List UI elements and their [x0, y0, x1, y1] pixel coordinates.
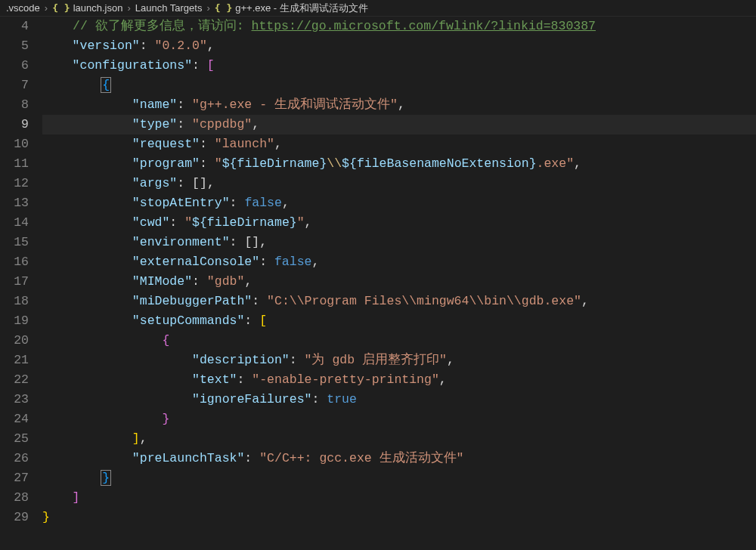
code-line[interactable]: "args": [], [42, 174, 756, 193]
json-key: "externalConsole" [132, 255, 259, 269]
breadcrumb-folder[interactable]: .vscode [6, 0, 40, 18]
line-number: 16 [0, 252, 29, 272]
line-number: 28 [0, 488, 29, 508]
line-number: 9 [0, 115, 29, 134]
line-number: 10 [0, 134, 29, 154]
code-line[interactable]: } [42, 468, 756, 488]
code-line[interactable]: "request": "launch", [42, 134, 756, 154]
line-number: 19 [0, 311, 29, 331]
json-string: "cppdbg" [192, 117, 252, 131]
json-string: "C:\\Program Files\\mingw64\\bin\\gdb.ex… [267, 294, 581, 308]
code-line[interactable]: "externalConsole": false, [42, 252, 756, 272]
json-key: "name" [132, 97, 177, 112]
code-line[interactable]: ], [42, 429, 756, 449]
json-key: "miDebuggerPath" [132, 294, 252, 308]
json-string: "0.2.0" [155, 39, 207, 53]
code-line[interactable]: } [42, 508, 756, 527]
code-line[interactable]: { [42, 76, 756, 95]
json-key: "program" [132, 156, 200, 171]
json-key: "ignoreFailures" [192, 392, 311, 406]
line-number: 18 [0, 292, 29, 311]
json-key: "text" [192, 372, 237, 387]
line-number: 7 [0, 76, 29, 95]
json-string: " [184, 215, 192, 230]
line-number: 20 [0, 331, 29, 351]
line-number: 17 [0, 272, 29, 292]
chevron-right-icon: › [206, 0, 209, 18]
breadcrumb[interactable]: .vscode › { } launch.json › Launch Targe… [0, 0, 756, 17]
line-number: 26 [0, 449, 29, 468]
code-line[interactable]: "preLaunchTask": "C/C++: gcc.exe 生成活动文件" [42, 449, 756, 468]
json-key: "stopAtEntry" [132, 196, 230, 210]
json-key: "description" [192, 353, 290, 367]
line-number: 6 [0, 56, 29, 76]
line-number: 5 [0, 36, 29, 56]
json-string: " [215, 156, 222, 171]
code-line[interactable]: "setupCommands": [ [42, 311, 756, 331]
json-key: "type" [132, 117, 177, 131]
line-number: 27 [0, 468, 29, 488]
line-number: 22 [0, 370, 29, 390]
json-key: "setupCommands" [132, 314, 245, 328]
code-line[interactable]: "program": "${fileDirname}\\${fileBasena… [42, 154, 756, 174]
json-braces-icon: { } [215, 0, 232, 18]
line-number: 11 [0, 154, 29, 174]
json-array: [] [244, 235, 259, 249]
line-number: 4 [0, 17, 29, 36]
code-line[interactable]: "cwd": "${fileDirname}", [42, 213, 756, 233]
chevron-right-icon: › [45, 0, 48, 18]
json-bool: false [244, 196, 282, 210]
code-line[interactable]: "stopAtEntry": false, [42, 193, 756, 213]
line-number: 29 [0, 508, 29, 527]
json-braces-icon: { } [52, 0, 70, 18]
line-number: 14 [0, 213, 29, 233]
code-line-active[interactable]: "type": "cppdbg", [42, 115, 756, 134]
line-number: 23 [0, 390, 29, 409]
json-key: "cwd" [132, 215, 170, 230]
json-key: "version" [73, 39, 140, 53]
code-line[interactable]: "ignoreFailures": true [42, 390, 756, 409]
code-line[interactable]: "environment": [], [42, 233, 756, 252]
json-key: "MIMode" [132, 274, 192, 289]
json-array: [] [192, 176, 207, 190]
json-string: "C/C++: gcc.exe 生成活动文件" [259, 451, 463, 465]
code-line[interactable]: "MIMode": "gdb", [42, 272, 756, 292]
code-editor[interactable]: 4567891011121314151617181920212223242526… [0, 17, 756, 550]
code-line[interactable]: "version": "0.2.0", [42, 36, 756, 56]
code-area[interactable]: // 欲了解更多信息，请访问: https://go.microsoft.com… [42, 17, 756, 550]
line-number: 21 [0, 351, 29, 370]
comment-link[interactable]: https://go.microsoft.com/fwlink/?linkid=… [252, 19, 596, 33]
code-line[interactable]: "name": "g++.exe - 生成和调试活动文件", [42, 95, 756, 115]
code-line[interactable]: { [42, 331, 756, 351]
json-string: "g++.exe - 生成和调试活动文件" [192, 97, 398, 112]
breadcrumb-section[interactable]: Launch Targets [135, 0, 203, 18]
code-line[interactable]: "configurations": [ [42, 56, 756, 76]
json-string: "-enable-pretty-printing" [252, 372, 439, 387]
json-key: "configurations" [73, 58, 192, 73]
json-string: "launch" [215, 137, 274, 151]
code-line[interactable]: "text": "-enable-pretty-printing", [42, 370, 756, 390]
json-key: "request" [132, 137, 200, 151]
code-line[interactable]: // 欲了解更多信息，请访问: https://go.microsoft.com… [42, 17, 756, 36]
breadcrumb-file[interactable]: launch.json [73, 0, 123, 18]
json-bool: false [274, 255, 312, 269]
line-number: 24 [0, 409, 29, 429]
json-string: .exe" [537, 156, 575, 171]
line-number: 15 [0, 233, 29, 252]
chevron-right-icon: › [127, 0, 130, 18]
line-number: 12 [0, 174, 29, 193]
code-line[interactable]: "description": "为 gdb 启用整齐打印", [42, 351, 756, 370]
json-key: "args" [132, 176, 177, 190]
code-line[interactable]: ] [42, 488, 756, 508]
json-key: "environment" [132, 235, 230, 249]
line-number: 13 [0, 193, 29, 213]
json-var: ${fileBasenameNoExtension} [342, 156, 536, 171]
breadcrumb-target[interactable]: g++.exe - 生成和调试活动文件 [235, 0, 368, 18]
line-number-gutter: 4567891011121314151617181920212223242526… [0, 17, 42, 550]
json-bool: true [327, 392, 357, 406]
json-string: "gdb" [207, 274, 245, 289]
code-line[interactable]: } [42, 409, 756, 429]
code-line[interactable]: "miDebuggerPath": "C:\\Program Files\\mi… [42, 292, 756, 311]
json-var: ${fileDirname} [222, 156, 327, 171]
line-number: 25 [0, 429, 29, 449]
